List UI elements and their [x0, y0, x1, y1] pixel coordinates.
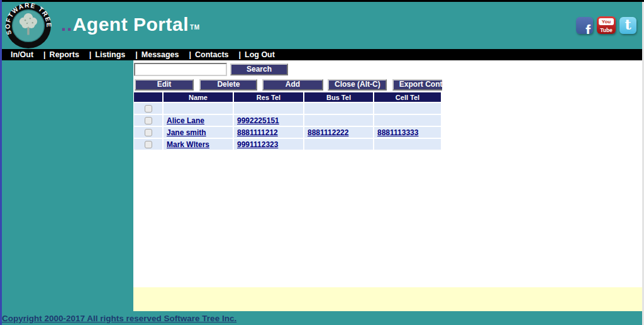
- name-cell: Alice Lane: [164, 115, 233, 126]
- twitter-icon[interactable]: t: [619, 17, 636, 34]
- table-row: Mark Wlters 9991112323: [134, 139, 441, 150]
- res-tel-cell: 9992225151: [234, 115, 303, 126]
- contact-name-link[interactable]: Jane smith: [167, 128, 206, 137]
- nav-item-inout[interactable]: In/Out: [11, 50, 33, 59]
- youtube-tube-label: Tube: [597, 28, 616, 33]
- nav-item-listings[interactable]: Listings: [95, 50, 125, 59]
- contact-name-link[interactable]: Mark Wlters: [167, 140, 209, 149]
- social-icons: f You Tube t: [576, 16, 636, 34]
- bus-tel-cell: [304, 103, 373, 114]
- close-button[interactable]: Close (Alt-C): [328, 79, 387, 91]
- title-text: Agent Portal: [73, 14, 189, 35]
- contacts-toolbar: Edit Delete Add Close (Alt-C) Export Con…: [133, 79, 442, 91]
- nav-item-messages[interactable]: Messages: [142, 50, 179, 59]
- table-row: Jane smith 8881111212 8881112222 8881113…: [134, 127, 441, 138]
- trademark-mark: TM: [190, 24, 199, 31]
- cell-tel-cell: [374, 103, 441, 114]
- window-top-border: [0, 0, 644, 2]
- res-tel-link[interactable]: 9991112323: [237, 140, 278, 149]
- window-left-border: [0, 0, 2, 325]
- edit-button[interactable]: Edit: [135, 79, 194, 91]
- youtube-you-label: You: [599, 18, 614, 25]
- page-title: ..Agent PortalTM: [61, 14, 199, 35]
- main-nav: In/Out | Reports | Listings | Messages |…: [0, 49, 644, 60]
- table-row: Alice Lane 9992225151: [134, 115, 441, 126]
- facebook-glyph: f: [586, 23, 591, 34]
- res-tel-cell: 9991112323: [234, 139, 303, 150]
- export-contact-button[interactable]: Export Contact: [392, 79, 442, 91]
- youtube-icon[interactable]: You Tube: [597, 16, 616, 34]
- name-cell: [164, 103, 233, 114]
- nav-item-contacts[interactable]: Contacts: [195, 50, 228, 59]
- bus-tel-link[interactable]: 8881112222: [308, 128, 348, 137]
- contacts-table: Name Res Tel Bus Tel Cell Tel Alice Lane…: [133, 91, 442, 151]
- twitter-glyph: t: [619, 18, 636, 31]
- name-cell: Jane smith: [164, 127, 233, 138]
- name-cell: Mark Wlters: [164, 139, 233, 150]
- software-tree-logo: SOFTWARE TREE: [5, 3, 52, 49]
- title-dots: ..: [61, 14, 73, 35]
- row-checkbox[interactable]: [145, 105, 152, 113]
- agent-portal-window: SOFTWARE TREE ..Agent PortalTM f You Tub…: [0, 0, 644, 325]
- nav-separator: |: [239, 50, 242, 59]
- column-header-bus-tel: Bus Tel: [304, 92, 373, 102]
- cell-tel-link[interactable]: 8881113333: [377, 128, 418, 137]
- column-header-checkbox: [134, 92, 162, 102]
- column-header-res-tel: Res Tel: [234, 92, 303, 102]
- cell-tel-cell: [374, 115, 441, 126]
- column-header-cell-tel: Cell Tel: [374, 92, 441, 102]
- nav-item-reports[interactable]: Reports: [50, 50, 79, 59]
- delete-button[interactable]: Delete: [199, 79, 257, 91]
- copyright-text[interactable]: Copyright 2000-2017 All rights reserved …: [2, 314, 236, 323]
- row-checkbox[interactable]: [145, 117, 152, 124]
- search-button[interactable]: Search: [230, 63, 288, 75]
- nav-separator: |: [89, 50, 92, 59]
- bus-tel-cell: [304, 115, 373, 126]
- highlight-strip: [133, 287, 642, 311]
- nav-separator: |: [189, 50, 192, 59]
- res-tel-cell: 8881111212: [234, 127, 303, 138]
- search-input[interactable]: [134, 63, 227, 76]
- left-sidebar: [0, 60, 133, 311]
- cell-tel-cell: [374, 139, 441, 150]
- contact-name-link[interactable]: Alice Lane: [167, 116, 204, 125]
- column-header-name: Name: [164, 92, 233, 102]
- cell-tel-cell: 8881113333: [374, 127, 441, 138]
- nav-item-logout[interactable]: Log Out: [245, 50, 275, 59]
- row-checkbox[interactable]: [145, 141, 152, 148]
- res-tel-cell: [234, 103, 303, 114]
- bus-tel-cell: [304, 139, 373, 150]
- nav-separator: |: [43, 50, 46, 59]
- res-tel-link[interactable]: 9992225151: [237, 116, 279, 125]
- row-checkbox[interactable]: [145, 129, 152, 136]
- res-tel-link[interactable]: 8881111212: [237, 128, 278, 137]
- bus-tel-cell: 8881112222: [304, 127, 373, 138]
- table-row: [134, 103, 441, 114]
- add-button[interactable]: Add: [262, 79, 323, 91]
- facebook-icon[interactable]: f: [576, 17, 593, 34]
- nav-separator: |: [135, 50, 138, 59]
- table-header-row: Name Res Tel Bus Tel Cell Tel: [134, 92, 441, 102]
